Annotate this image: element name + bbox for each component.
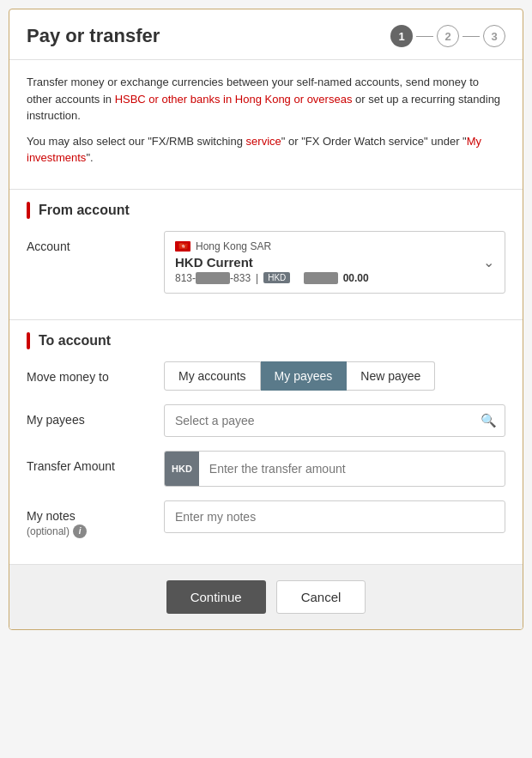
hk-flag-icon: 🇭🇰 (175, 241, 190, 252)
move-money-label: Move money to (27, 361, 164, 384)
tab-group: My accounts My payees New payee (164, 361, 505, 391)
account-number: 813- -833 (175, 272, 251, 284)
hsbc-link[interactable]: HSBC or other banks in Hong Kong or over… (115, 93, 353, 106)
notes-label-wrapper: My notes (optional) i (27, 500, 164, 538)
footer-actions: Continue Cancel (9, 565, 523, 629)
account-details: 813- -833 | HKD 00.00 (175, 272, 369, 284)
notes-optional-row: (optional) i (27, 525, 164, 538)
from-account-header: From account (27, 202, 505, 219)
transfer-amount-row: Transfer Amount HKD (27, 451, 505, 487)
info-paragraph-2: You may also select our "FX/RMB switchin… (27, 133, 505, 167)
chevron-down-icon: ⌄ (483, 254, 494, 270)
tab-my-payees[interactable]: My payees (261, 361, 348, 391)
transfer-amount-label: Transfer Amount (27, 451, 164, 473)
payees-input[interactable] (164, 404, 505, 437)
step-line-1 (416, 36, 433, 37)
to-account-section: To account Move money to My accounts My … (9, 320, 523, 565)
payees-row: My payees 🔍 (27, 404, 505, 437)
info-paragraph-1: Transfer money or exchange currencies be… (27, 74, 505, 124)
masked-number (196, 272, 230, 284)
to-account-bar (27, 332, 30, 349)
info-icon[interactable]: i (73, 525, 87, 538)
transfer-amount-input[interactable] (199, 453, 505, 484)
page-title: Pay or transfer (27, 25, 160, 47)
payees-label: My payees (27, 404, 164, 427)
info-section: Transfer money or exchange currencies be… (9, 60, 523, 190)
move-money-row: Move money to My accounts My payees New … (27, 361, 505, 391)
page-container: Pay or transfer 1 2 3 Transfer money or … (9, 9, 523, 630)
step-2: 2 (437, 25, 459, 47)
account-selector: 🇭🇰 Hong Kong SAR HKD Current 813- -833 |… (164, 231, 505, 294)
from-account-title: From account (39, 203, 130, 218)
from-account-bar (27, 202, 30, 219)
amount-input-badge-container: HKD (164, 451, 505, 487)
page-header: Pay or transfer 1 2 3 (9, 9, 523, 60)
tab-my-accounts[interactable]: My accounts (164, 361, 261, 391)
from-account-section: From account Account 🇭🇰 Hong Kong SAR HK… (9, 190, 523, 320)
continue-button[interactable]: Continue (166, 580, 266, 614)
separator: | (256, 272, 258, 284)
notes-row: My notes (optional) i (27, 500, 505, 538)
step-3: 3 (483, 25, 505, 47)
account-info: 🇭🇰 Hong Kong SAR HKD Current 813- -833 |… (175, 240, 369, 284)
tab-new-payee[interactable]: New payee (347, 361, 435, 391)
account-label: Account (27, 231, 164, 253)
masked-balance (304, 272, 338, 284)
notes-optional-text: (optional) (27, 525, 70, 537)
payees-input-wrapper: 🔍 (164, 404, 505, 437)
to-account-header: To account (27, 332, 505, 349)
cancel-button[interactable]: Cancel (276, 580, 366, 614)
step-1: 1 (390, 25, 413, 47)
account-name: HKD Current (175, 255, 369, 270)
search-icon: 🔍 (481, 413, 497, 428)
currency-input-badge: HKD (165, 452, 199, 486)
account-select-box[interactable]: 🇭🇰 Hong Kong SAR HKD Current 813- -833 |… (164, 231, 505, 294)
to-account-title: To account (39, 333, 111, 349)
account-region: 🇭🇰 Hong Kong SAR (175, 240, 369, 252)
step-line-2 (462, 36, 480, 37)
account-balance: 00.00 (343, 272, 369, 284)
notes-input[interactable] (164, 500, 505, 533)
notes-label: My notes (27, 509, 164, 523)
step-indicator: 1 2 3 (390, 25, 505, 47)
currency-badge: HKD (263, 272, 290, 283)
spacer (295, 272, 298, 284)
service-link[interactable]: service (246, 135, 281, 148)
transfer-amount-wrapper: HKD (164, 451, 505, 487)
account-row: Account 🇭🇰 Hong Kong SAR HKD Current 813… (27, 231, 505, 294)
notes-input-wrapper (164, 500, 505, 533)
